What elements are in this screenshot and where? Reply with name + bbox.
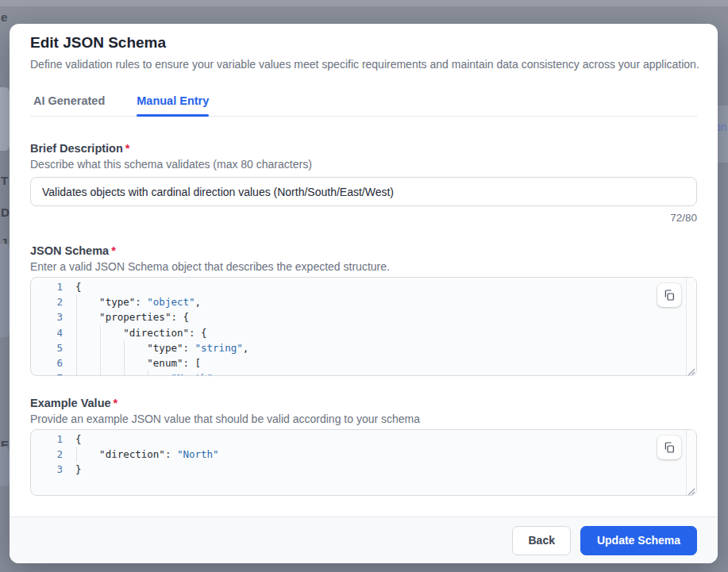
code-line: 3 "properties": { bbox=[31, 309, 696, 324]
json-schema-label: JSON Schema* bbox=[30, 243, 697, 259]
line-number: 2 bbox=[31, 447, 63, 462]
required-marker: * bbox=[111, 244, 116, 257]
character-counter: 72/80 bbox=[30, 211, 697, 225]
json-schema-label-text: JSON Schema bbox=[30, 244, 109, 257]
line-number: 3 bbox=[31, 309, 63, 324]
copy-example-button[interactable] bbox=[657, 436, 681, 459]
dialog-title: Edit JSON Schema bbox=[30, 32, 697, 54]
background-page-fragment bbox=[718, 106, 728, 163]
back-button[interactable]: Back bbox=[512, 526, 570, 555]
code-line-text: "North", bbox=[75, 370, 219, 376]
required-marker: * bbox=[125, 142, 130, 155]
indent-guide bbox=[124, 370, 125, 376]
code-line-text: } bbox=[75, 462, 82, 477]
line-number: 1 bbox=[31, 279, 63, 294]
indent-guide bbox=[100, 355, 101, 370]
update-schema-button[interactable]: Update Schema bbox=[580, 526, 697, 555]
code-line: 2 "type": "object", bbox=[31, 294, 696, 309]
code-line-text: { bbox=[75, 279, 82, 294]
code-line: 4 "direction": { bbox=[31, 325, 696, 340]
code-line-text: "enum": [ bbox=[75, 355, 201, 370]
background-page-fragment bbox=[0, 244, 10, 337]
indent-guide bbox=[100, 325, 101, 340]
indent-guide bbox=[76, 355, 77, 370]
copy-icon bbox=[663, 441, 676, 454]
code-line-text: "properties": { bbox=[75, 309, 189, 324]
brief-description-label: Brief Description* bbox=[30, 140, 697, 156]
indent-guide bbox=[124, 355, 125, 370]
resize-handle-icon[interactable] bbox=[686, 365, 695, 374]
code-line-text: "type": "string", bbox=[75, 340, 248, 355]
copy-icon bbox=[663, 289, 676, 301]
code-line-text: "direction": "North" bbox=[75, 447, 219, 462]
indent-guide bbox=[100, 370, 101, 376]
resize-handle-icon[interactable] bbox=[686, 485, 695, 494]
code-line: 5 "type": "string", bbox=[31, 340, 696, 355]
line-number: 2 bbox=[31, 294, 63, 309]
code-line-text: { bbox=[75, 432, 82, 447]
line-number: 5 bbox=[31, 340, 63, 355]
example-value-helper: Provide an example JSON value that shoul… bbox=[30, 411, 697, 427]
code-line: 1{ bbox=[31, 279, 696, 294]
code-line: 3} bbox=[31, 462, 696, 477]
dialog-body: Edit JSON Schema Define validation rules… bbox=[10, 24, 718, 516]
background-page-fragment bbox=[0, 447, 10, 486]
line-number: 4 bbox=[31, 325, 63, 340]
tab-bar: AI Generated Manual Entry bbox=[30, 94, 697, 117]
background-page-fragment bbox=[0, 87, 10, 151]
edit-json-schema-dialog: Edit JSON Schema Define validation rules… bbox=[10, 24, 718, 563]
code-line-text: "type": "object", bbox=[75, 294, 201, 309]
code-line: 2 "direction": "North" bbox=[31, 447, 696, 462]
indent-guide bbox=[76, 447, 77, 462]
dialog-footer: Back Update Schema bbox=[10, 516, 718, 563]
line-number: 7 bbox=[31, 370, 63, 376]
indent-guide bbox=[76, 294, 77, 309]
indent-guide bbox=[76, 370, 77, 376]
code-line: 1{ bbox=[31, 432, 696, 447]
line-number: 1 bbox=[31, 432, 63, 447]
indent-guide bbox=[100, 340, 101, 355]
indent-guide bbox=[124, 340, 125, 355]
indent-guide bbox=[76, 340, 77, 355]
brief-description-label-text: Brief Description bbox=[30, 142, 123, 155]
indent-guide bbox=[76, 309, 77, 324]
example-value-label: Example Value* bbox=[30, 395, 697, 411]
background-page-fragment: D bbox=[1, 206, 10, 218]
tab-ai-generated[interactable]: AI Generated bbox=[33, 94, 105, 116]
brief-description-input[interactable] bbox=[30, 177, 697, 206]
editor-scrollbar[interactable] bbox=[686, 278, 696, 375]
indent-guide bbox=[76, 325, 77, 340]
line-number: 3 bbox=[31, 462, 63, 477]
example-value-code: 1{2 "direction": "North"3} bbox=[31, 430, 696, 478]
code-line: 7 "North", bbox=[31, 370, 696, 376]
background-page-fragment: T bbox=[1, 175, 8, 186]
example-value-editor[interactable]: 1{2 "direction": "North"3} bbox=[30, 429, 697, 496]
background-page-fragment bbox=[0, 0, 728, 6]
json-schema-helper: Enter a valid JSON Schema object that de… bbox=[30, 259, 697, 274]
brief-description-helper: Describe what this schema validates (max… bbox=[30, 156, 697, 172]
json-schema-code: 1{2 "type": "object",3 "properties": {4 … bbox=[31, 278, 696, 376]
indent-guide bbox=[148, 370, 148, 376]
line-number: 6 bbox=[31, 355, 63, 370]
copy-schema-button[interactable] bbox=[657, 283, 681, 307]
code-line-text: "direction": { bbox=[75, 325, 207, 340]
code-line: 6 "enum": [ bbox=[31, 355, 696, 370]
dialog-subtitle: Define validation rules to ensure your v… bbox=[30, 56, 697, 72]
example-value-label-text: Example Value bbox=[30, 397, 111, 409]
background-page-fragment: e bbox=[1, 11, 7, 23]
required-marker: * bbox=[114, 397, 118, 409]
tab-manual-entry[interactable]: Manual Entry bbox=[137, 94, 209, 116]
json-schema-editor[interactable]: 1{2 "type": "object",3 "properties": {4 … bbox=[30, 277, 697, 376]
